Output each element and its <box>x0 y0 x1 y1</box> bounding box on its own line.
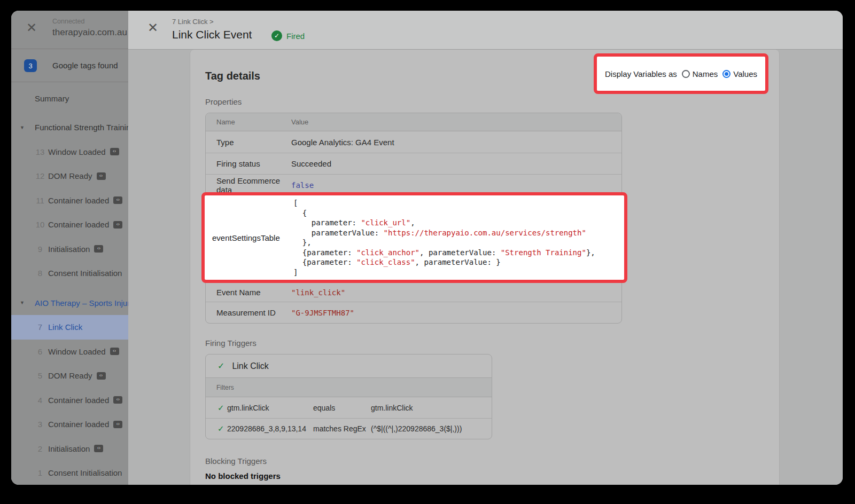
event-label: Container loaded <box>48 420 109 429</box>
event-label: Container loaded <box>48 196 109 205</box>
event-number: 9 <box>35 245 45 254</box>
property-value: Google Analytics: GA4 Event <box>291 138 621 147</box>
sidebar-group-header[interactable]: ▼ Functional Strength Training <box>11 115 128 140</box>
check-icon: ✓ <box>217 361 224 371</box>
radio-names[interactable]: Names <box>677 69 718 78</box>
filter-value: (^$|((^|,)220928686_3($|,))) <box>371 424 492 433</box>
page-title: Link Click Event <box>172 28 252 41</box>
sidebar-group-header[interactable]: ▼ AIO Therapy – Sports Injury <box>11 291 128 316</box>
tag-detail-content: Display Variables as Names Values Tag de… <box>128 50 843 485</box>
code-tag-icon: ‹› <box>94 245 103 253</box>
event-settings-code: [ { parameter: "click_url", parameterVal… <box>293 198 595 277</box>
event-label: Container loaded <box>48 396 109 405</box>
radio-values[interactable]: Values <box>718 69 757 78</box>
filter-row: ✓ gtm.linkClick equals gtm.linkClick <box>206 397 492 418</box>
property-value: false <box>291 181 621 190</box>
event-number: 10 <box>35 220 45 229</box>
property-name: Firing status <box>206 159 291 168</box>
properties-rows-bottom: Event Name "link_click" Measurement ID "… <box>206 282 621 323</box>
sidebar-event-item[interactable]: 4 Container loaded ‹› <box>11 388 128 413</box>
sidebar-event-item[interactable]: 8 Consent Initialisation <box>11 261 128 286</box>
code-tag-icon: ‹› <box>110 348 119 355</box>
tags-count-badge: 3 <box>24 59 37 72</box>
event-label: DOM Ready <box>48 171 92 180</box>
sidebar-event-item[interactable]: 13 Window Loaded ‹› <box>11 140 128 164</box>
sidebar-group-label: AIO Therapy – Sports Injury <box>35 298 128 308</box>
code-tag-icon: ‹› <box>113 196 122 204</box>
event-number: 12 <box>35 171 45 180</box>
event-settings-row: eventSettingsTable [ { parameter: "click… <box>206 195 621 282</box>
tag-detail-header: ✕ 7 Link Click > Link Click Event ✓ Fire… <box>128 11 843 50</box>
check-icon: ✓ <box>206 424 227 434</box>
event-label: Initialisation <box>48 245 90 254</box>
google-tags-row[interactable]: 3 Google tags found <box>11 49 128 82</box>
display-variables-label: Display Variables as <box>605 69 677 78</box>
event-number: 6 <box>35 347 45 356</box>
code-tag-icon: ‹› <box>113 221 122 229</box>
chevron-down-icon: ▼ <box>20 125 25 130</box>
sidebar-event-item[interactable]: 11 Container loaded ‹› <box>11 188 128 213</box>
property-row: Measurement ID "G-9JMSFTMH87" <box>206 302 621 323</box>
filters-list: ✓ gtm.linkClick equals gtm.linkClick ✓ 2… <box>206 397 492 439</box>
sidebar-event-item[interactable]: 9 Initialisation ‹› <box>11 237 128 262</box>
event-label: DOM Ready <box>48 371 92 380</box>
event-number: 5 <box>35 371 45 380</box>
firing-triggers-title: Firing Triggers <box>205 338 779 348</box>
sidebar-event-item[interactable]: 2 Initialisation ‹› <box>11 437 128 461</box>
code-tag-icon: ‹› <box>97 172 106 180</box>
event-number: 8 <box>35 269 45 278</box>
sidebar-event-item[interactable]: 10 Container loaded ‹› <box>11 212 128 237</box>
sidebar-event-item[interactable]: 3 Container loaded ‹› <box>11 412 128 437</box>
radio-values-icon[interactable] <box>722 70 730 78</box>
breadcrumb[interactable]: 7 Link Click > <box>172 18 214 26</box>
filter-operator: matches RegEx <box>313 424 371 433</box>
event-settings-highlight: eventSettingsTable [ { parameter: "click… <box>201 192 627 283</box>
property-name: Send Ecommerce data <box>206 176 291 194</box>
filters-header: Filters <box>206 377 492 397</box>
event-label: Consent Initialisation <box>48 468 122 477</box>
properties-table-header: Name Value <box>206 113 621 131</box>
property-row: Event Name "link_click" <box>206 282 621 302</box>
close-icon[interactable]: ✕ <box>26 21 37 34</box>
code-tag-icon: ‹› <box>97 372 106 380</box>
event-number: 4 <box>35 396 45 405</box>
event-number: 1 <box>35 468 45 477</box>
sidebar-header: ✕ Connected therapyaio.com.au <box>11 11 128 49</box>
property-row: Type Google Analytics: GA4 Event <box>206 131 621 153</box>
sidebar-group-label: Functional Strength Training <box>35 123 128 132</box>
event-number: 11 <box>35 196 45 205</box>
status-badge: ✓ Fired <box>271 30 305 41</box>
tag-detail-card: Display Variables as Names Values Tag de… <box>190 50 780 485</box>
properties-table: Name Value Type Google Analytics: GA4 Ev… <box>205 113 622 324</box>
event-number: 3 <box>35 420 45 429</box>
column-value: Value <box>291 118 308 126</box>
event-label: Window Loaded <box>48 347 106 356</box>
connected-domain: therapyaio.com.au <box>52 27 128 38</box>
sidebar-item-label: Summary <box>35 94 69 103</box>
sidebar-item-summary[interactable]: Summary <box>11 86 128 110</box>
firing-trigger-box: ✓ Link Click Filters ✓ gtm.linkClick equ… <box>205 354 492 439</box>
fired-check-icon: ✓ <box>271 30 282 41</box>
event-label: Link Click <box>48 322 82 332</box>
tag-assistant-window: ✕ Connected therapyaio.com.au 3 Google t… <box>11 11 843 485</box>
property-name: Event Name <box>206 288 291 297</box>
event-label: Window Loaded <box>48 147 106 156</box>
screenshot-canvas: { "icons": { "close": "✕", "check": "✓",… <box>0 0 855 504</box>
radio-values-label[interactable]: Values <box>733 69 757 78</box>
sidebar-event-item[interactable]: 7 Link Click <box>11 315 128 340</box>
event-label: Consent Initialisation <box>48 269 122 278</box>
property-value: "G-9JMSFTMH87" <box>291 309 621 317</box>
sidebar-event-item[interactable]: 6 Window Loaded ‹› <box>11 340 128 364</box>
sidebar-event-item[interactable]: 5 DOM Ready ‹› <box>11 364 128 388</box>
sidebar-event-item[interactable]: 1 Consent Initialisation <box>11 461 128 485</box>
filter-operator: equals <box>313 404 371 412</box>
event-label: Container loaded <box>48 220 109 229</box>
close-icon[interactable]: ✕ <box>147 21 158 34</box>
column-name: Name <box>206 118 291 126</box>
radio-names-icon[interactable] <box>682 70 690 78</box>
sidebar-event-item[interactable]: 12 DOM Ready ‹› <box>11 164 128 188</box>
radio-names-label[interactable]: Names <box>693 69 718 78</box>
check-icon: ✓ <box>206 403 227 413</box>
event-label: Initialisation <box>48 444 90 453</box>
connected-label: Connected <box>52 18 84 25</box>
